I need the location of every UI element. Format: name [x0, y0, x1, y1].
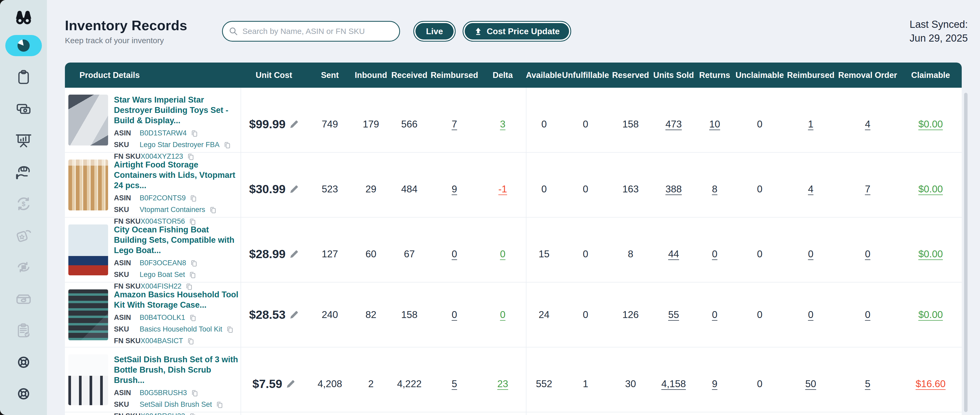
- reimbursed-claims-value[interactable]: 1: [808, 119, 814, 130]
- product-title[interactable]: Amazon Basics Household Tool Kit With St…: [114, 289, 240, 310]
- sidebar-item-restock[interactable]: [5, 288, 42, 310]
- removal-order-value[interactable]: 5: [865, 378, 870, 390]
- search-box: [222, 21, 400, 41]
- sidebar-item-audit[interactable]: [5, 320, 42, 341]
- asin-value[interactable]: B0F3OCEAN8: [140, 259, 186, 267]
- available-cell: 0: [526, 88, 562, 161]
- sidebar-item-payments[interactable]: [5, 98, 42, 119]
- product-title[interactable]: SetSail Dish Brush Set of 3 with Bottle …: [114, 354, 240, 385]
- copy-icon[interactable]: [223, 141, 231, 149]
- units-sold-value[interactable]: 44: [668, 248, 679, 260]
- copy-icon[interactable]: [189, 412, 197, 415]
- product-title[interactable]: Airtight Food Storage Containers with Li…: [114, 159, 240, 191]
- search-input[interactable]: [222, 21, 400, 41]
- removal-order-cell: 5: [836, 347, 899, 415]
- returns-value[interactable]: 9: [712, 378, 718, 390]
- reimbursed-claims-value[interactable]: 0: [808, 248, 814, 260]
- asin-value[interactable]: B0D1STARW4: [140, 129, 187, 137]
- units-sold-cell: 388: [652, 153, 695, 226]
- returns-value[interactable]: 0: [712, 248, 718, 260]
- units-sold-cell: 4,158: [652, 347, 695, 415]
- copy-icon[interactable]: [216, 401, 224, 409]
- edit-pencil-icon[interactable]: [289, 184, 299, 194]
- units-sold-value[interactable]: 473: [665, 119, 682, 130]
- sku-value[interactable]: SetSail Dish Brush Set: [140, 401, 212, 409]
- delta-value[interactable]: 23: [497, 378, 508, 390]
- delta-value[interactable]: 0: [500, 309, 506, 320]
- sku-value[interactable]: Vtopmart Containers: [140, 206, 205, 214]
- product-details-cell: SetSail Dish Brush Set of 3 with Bottle …: [65, 347, 240, 415]
- fn-sku-line: FN SKUX004BRSH33: [114, 412, 240, 415]
- reimbursed-inbound-value[interactable]: 9: [452, 184, 457, 195]
- product-title[interactable]: Star Wars Imperial Star Destroyer Buildi…: [114, 95, 240, 126]
- reserved-value: 8: [628, 248, 633, 260]
- unit-cost-value: $28.53: [249, 308, 286, 322]
- sidebar-item-pricing[interactable]: [5, 225, 42, 246]
- claimable-value[interactable]: $16.60: [916, 378, 945, 390]
- asin-value[interactable]: B0G5BRUSH3: [140, 389, 187, 397]
- claimable-value[interactable]: $0.00: [918, 248, 943, 260]
- units-sold-value[interactable]: 4,158: [661, 378, 686, 390]
- reimbursed-inbound-value[interactable]: 0: [452, 309, 457, 320]
- column-header-reimbursed-claims: Reimbursed: [786, 70, 836, 80]
- removal-order-value[interactable]: 0: [865, 248, 870, 260]
- sidebar-item-help[interactable]: [5, 351, 42, 373]
- sidebar-item-reimbursements[interactable]: [5, 162, 42, 183]
- edit-pencil-icon[interactable]: [289, 249, 299, 259]
- copy-icon[interactable]: [226, 326, 234, 333]
- copy-icon[interactable]: [189, 314, 197, 322]
- reimbursed-claims-value[interactable]: 4: [808, 184, 814, 195]
- edit-pencil-icon[interactable]: [289, 310, 299, 320]
- vertical-scrollbar-thumb[interactable]: [964, 93, 967, 412]
- sidebar-item-transactions[interactable]: $: [5, 193, 42, 215]
- sidebar-item-dashboard[interactable]: [5, 35, 42, 56]
- delta-value[interactable]: 0: [500, 248, 506, 260]
- asin-value[interactable]: B0B4TOOLK1: [140, 313, 185, 322]
- cost-price-update-button[interactable]: Cost Price Update: [463, 21, 571, 41]
- removal-order-value[interactable]: 7: [865, 184, 870, 195]
- claimable-value[interactable]: $0.00: [918, 184, 943, 195]
- edit-pencil-icon[interactable]: [285, 379, 296, 389]
- copy-icon[interactable]: [209, 206, 217, 214]
- copy-icon[interactable]: [190, 259, 198, 267]
- claimable-value[interactable]: $0.00: [918, 309, 943, 320]
- removal-order-cell: 0: [836, 283, 899, 347]
- app-logo-binoculars-icon[interactable]: [12, 7, 35, 27]
- units-sold-value[interactable]: 388: [665, 184, 682, 195]
- copy-icon[interactable]: [191, 389, 199, 397]
- returns-value[interactable]: 8: [712, 184, 718, 195]
- reimbursed-inbound-value[interactable]: 0: [452, 248, 457, 260]
- live-button[interactable]: Live: [413, 21, 456, 41]
- sku-value[interactable]: Lego Star Destroyer FBA: [140, 141, 220, 149]
- sidebar-item-analytics[interactable]: [5, 130, 42, 151]
- copy-icon[interactable]: [189, 194, 197, 202]
- sidebar-item-support[interactable]: [5, 383, 42, 404]
- table-header-row: Product DetailsUnit CostSentInboundRecei…: [65, 62, 962, 88]
- edit-pencil-icon[interactable]: [289, 119, 299, 130]
- removal-order-value[interactable]: 0: [865, 309, 870, 320]
- copy-icon[interactable]: [189, 271, 197, 279]
- claimable-value[interactable]: $0.00: [918, 119, 943, 130]
- sku-value[interactable]: Basics Household Tool Kit: [140, 325, 222, 333]
- returns-cell: 8: [695, 153, 734, 226]
- sku-value[interactable]: Lego Boat Set: [140, 270, 185, 279]
- fn-sku-value[interactable]: X004BRSH33: [141, 412, 185, 415]
- copy-icon[interactable]: [187, 337, 195, 345]
- copy-icon[interactable]: [191, 129, 199, 137]
- delta-value[interactable]: -1: [498, 184, 507, 195]
- sidebar-item-returns[interactable]: [5, 256, 42, 278]
- fn-sku-value[interactable]: X004BASICT: [141, 337, 183, 345]
- units-sold-value[interactable]: 55: [668, 309, 679, 320]
- product-title[interactable]: City Ocean Fishing Boat Building Sets, C…: [114, 224, 240, 256]
- sidebar-item-clipboard[interactable]: [5, 67, 42, 88]
- reimbursed-inbound-value[interactable]: 5: [452, 378, 457, 390]
- sent-cell: 127: [307, 218, 352, 291]
- delta-value[interactable]: 3: [500, 119, 506, 130]
- reimbursed-claims-value[interactable]: 0: [808, 309, 814, 320]
- reimbursed-claims-value[interactable]: 50: [805, 378, 816, 390]
- returns-value[interactable]: 0: [712, 309, 718, 320]
- removal-order-value[interactable]: 4: [865, 119, 870, 130]
- asin-value[interactable]: B0F2CONTS9: [140, 194, 186, 202]
- reimbursed-inbound-value[interactable]: 7: [452, 119, 457, 130]
- returns-value[interactable]: 10: [709, 119, 720, 130]
